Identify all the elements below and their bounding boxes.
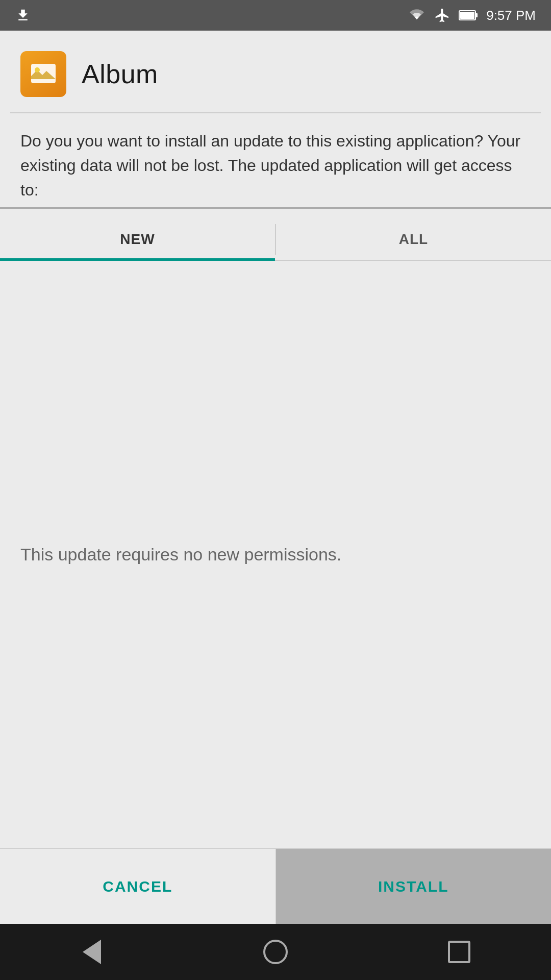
app-icon [20,51,66,97]
install-button[interactable]: INSTALL [276,849,552,924]
cancel-button[interactable]: CANCEL [0,849,276,924]
battery-icon [459,9,478,21]
back-button[interactable] [71,932,112,972]
svg-rect-2 [460,12,474,19]
download-icon [15,8,31,23]
tabs-top-line [0,207,551,209]
main-content: Album Do you you want to install an upda… [0,31,551,924]
permissions-area: This update requires no new permissions. [0,261,551,848]
recent-icon [448,941,470,963]
home-icon [263,940,288,964]
description-text: Do you you want to install an update to … [0,113,551,207]
recent-button[interactable] [439,932,480,972]
status-bar-right: 9:57 PM [408,7,536,23]
no-permissions-text: This update requires no new permissions. [20,545,531,565]
svg-point-4 [35,67,40,72]
tab-new[interactable]: NEW [0,219,275,260]
tab-all[interactable]: ALL [276,219,551,260]
status-bar-left [15,8,31,23]
nav-bar [0,924,551,980]
status-time: 9:57 PM [486,8,536,23]
app-header: Album [0,31,551,112]
bottom-buttons: CANCEL INSTALL [0,848,551,924]
app-title: Album [82,59,158,89]
wifi-icon [408,8,426,22]
back-icon [83,940,101,964]
svg-rect-1 [475,13,478,17]
airplane-icon [434,7,450,23]
home-button[interactable] [255,932,296,972]
tabs-container: NEW ALL [0,219,551,261]
status-bar: 9:57 PM [0,0,551,31]
